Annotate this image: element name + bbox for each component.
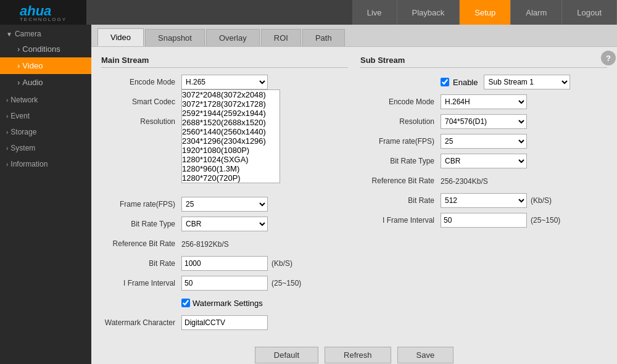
res-option-10[interactable]: 1280*720(720P) (182, 173, 280, 183)
logo: ahua TECHNOLOGY (0, 0, 86, 25)
framerate-label: Frame rate(FPS) (101, 200, 181, 209)
sub-ref-bitrate-value: 256-2304Kb/S (441, 176, 607, 186)
content-body: Main Stream Encode Mode H.265 Smart Code… (91, 47, 617, 364)
nav-logout[interactable]: Logout (562, 0, 617, 25)
sidebar-label-video: Video (22, 61, 43, 70)
sub-encode-select[interactable]: H.264H (441, 94, 527, 109)
sub-resolution-select[interactable]: 704*576(D1) (441, 114, 527, 129)
tab-video[interactable]: Video (97, 28, 144, 46)
sub-iframe-row: I Frame Interval 50 (25~150) (360, 212, 607, 228)
res-option-1[interactable]: 3072*2048(3072x2048) (182, 90, 280, 99)
sub-iframe-control: 50 (25~150) (441, 213, 607, 228)
sidebar-section-camera-label: Camera (15, 30, 41, 38)
iframe-row: I Frame Interval 50 (25~150) (101, 275, 348, 291)
sidebar-section-camera[interactable]: ▼ Camera (0, 25, 91, 41)
sub-ref-bitrate-text: 256-2304Kb/S (441, 177, 488, 186)
camera-arrow-icon: ▼ (6, 31, 12, 38)
res-option-2[interactable]: 3072*1728(3072x1728) (182, 99, 280, 109)
sub-bitrate-select[interactable]: 512 (441, 193, 527, 208)
sidebar-section-event[interactable]: › Event (0, 107, 91, 123)
res-option-8[interactable]: 1280*1024(SXGA) (182, 155, 280, 164)
sub-enable-control: Enable Sub Stream 1 (441, 75, 607, 89)
refresh-button[interactable]: Refresh (325, 347, 391, 363)
ref-bitrate-row: Reference Bit Rate 256-8192Kb/S (101, 236, 348, 252)
watermark-row: Watermark Settings (101, 295, 348, 311)
encode-mode-label: Encode Mode (101, 78, 181, 86)
sub-ref-bitrate-row: Reference Bit Rate 256-2304Kb/S (360, 173, 607, 189)
default-button[interactable]: Default (255, 347, 318, 363)
resolution-row: Resolution 3072*2048(3072x2048) 3072*172… (101, 114, 348, 130)
sidebar-section-storage-label: Storage (10, 128, 36, 136)
sidebar: ▼ Camera › Conditions › Video › Audio › … (0, 25, 91, 364)
bitrate-type-label: Bit Rate Type (101, 220, 181, 228)
nav-alarm[interactable]: Alarm (511, 0, 562, 25)
framerate-row: Frame rate(FPS) 25 (101, 196, 348, 212)
iframe-suffix: (25~150) (271, 279, 301, 287)
iframe-input[interactable]: 50 (181, 276, 268, 291)
tab-path[interactable]: Path (302, 29, 345, 46)
main-stream-title: Main Stream (101, 56, 348, 68)
sidebar-item-video[interactable]: › Video (0, 57, 91, 74)
sub-stream-panel: Sub Stream Enable Sub Stream 1 (360, 56, 607, 334)
encode-mode-select[interactable]: H.265 (181, 75, 268, 89)
sub-encode-label: Encode Mode (360, 97, 441, 106)
bitrate-input[interactable] (181, 256, 268, 271)
sidebar-section-event-label: Event (10, 112, 30, 120)
ref-bitrate-value: 256-8192Kb/S (181, 239, 348, 249)
sub-bitrate-type-label: Bit Rate Type (360, 157, 441, 165)
watermark-checkbox[interactable] (181, 299, 190, 307)
tab-overlay[interactable]: Overlay (206, 29, 260, 46)
sidebar-section-information-label: Information (10, 160, 48, 168)
sidebar-section-system[interactable]: › System (0, 139, 91, 155)
sub-bitrate-type-row: Bit Rate Type CBR (360, 153, 607, 169)
network-arrow-icon: › (6, 97, 8, 104)
smart-codec-label: Smart Codec (101, 97, 181, 106)
tab-roi[interactable]: ROI (261, 29, 301, 46)
nav-live[interactable]: Live (352, 0, 397, 25)
bitrate-type-select[interactable]: CBR (181, 217, 268, 231)
watermark-check-control: Watermark Settings (181, 299, 348, 308)
sub-stream-title: Sub Stream (360, 56, 607, 68)
iframe-control: 50 (25~150) (181, 276, 348, 291)
watermark-char-input[interactable]: DigitalCCTV (181, 315, 268, 330)
storage-arrow-icon: › (6, 129, 8, 136)
bitrate-suffix: (Kb/S) (271, 259, 292, 268)
ref-bitrate-label: Reference Bit Rate (101, 239, 181, 248)
sidebar-section-information[interactable]: › Information (0, 155, 91, 171)
res-option-7[interactable]: 1920*1080(1080P) (182, 146, 280, 155)
brand-name: ahua (20, 3, 51, 19)
sidebar-section-storage[interactable]: › Storage (0, 123, 91, 139)
res-option-9[interactable]: 1280*960(1.3M) (182, 164, 280, 173)
sub-iframe-input[interactable]: 50 (441, 213, 527, 228)
sidebar-item-conditions[interactable]: › Conditions (0, 41, 91, 57)
res-option-6[interactable]: 2304*1296(2304x1296) (182, 136, 280, 146)
encode-mode-control: H.265 (181, 75, 348, 89)
bitrate-row: Bit Rate (Kb/S) (101, 255, 348, 271)
sub-bitrate-type-control: CBR (441, 154, 607, 168)
resolution-dropdown[interactable]: 3072*2048(3072x2048) 3072*1728(3072x1728… (181, 89, 280, 183)
sub-stream-select[interactable]: Sub Stream 1 (484, 75, 570, 89)
sidebar-arrow-audio: › (17, 78, 20, 87)
res-option-5[interactable]: 2560*1440(2560x1440) (182, 127, 280, 136)
sub-framerate-select[interactable]: 25 (441, 134, 527, 149)
sub-iframe-label: I Frame Interval (360, 216, 441, 225)
sub-resolution-row: Resolution 704*576(D1) (360, 114, 607, 130)
sub-encode-control: H.264H (441, 94, 607, 109)
framerate-select[interactable]: 25 (181, 197, 268, 212)
sidebar-item-audio[interactable]: › Audio (0, 74, 91, 91)
sub-enable-checkbox[interactable] (441, 78, 449, 86)
sub-bitrate-type-select[interactable]: CBR (441, 154, 527, 168)
nav-playback[interactable]: Playback (397, 0, 460, 25)
res-option-4[interactable]: 2688*1520(2688x1520) (182, 118, 280, 127)
sub-framerate-label: Frame rate(FPS) (360, 137, 441, 146)
main-stream-panel: Main Stream Encode Mode H.265 Smart Code… (101, 56, 348, 334)
watermark-checkbox-wrapper: Watermark Settings (181, 299, 348, 308)
iframe-label: I Frame Interval (101, 279, 181, 287)
sub-ref-bitrate-label: Reference Bit Rate (360, 176, 441, 185)
nav-setup[interactable]: Setup (460, 0, 511, 25)
sidebar-label-conditions: Conditions (22, 44, 60, 54)
sidebar-section-network[interactable]: › Network (0, 91, 91, 107)
tab-snapshot[interactable]: Snapshot (145, 29, 205, 46)
res-option-3[interactable]: 2592*1944(2592x1944) (182, 109, 280, 118)
save-button[interactable]: Save (397, 347, 454, 363)
